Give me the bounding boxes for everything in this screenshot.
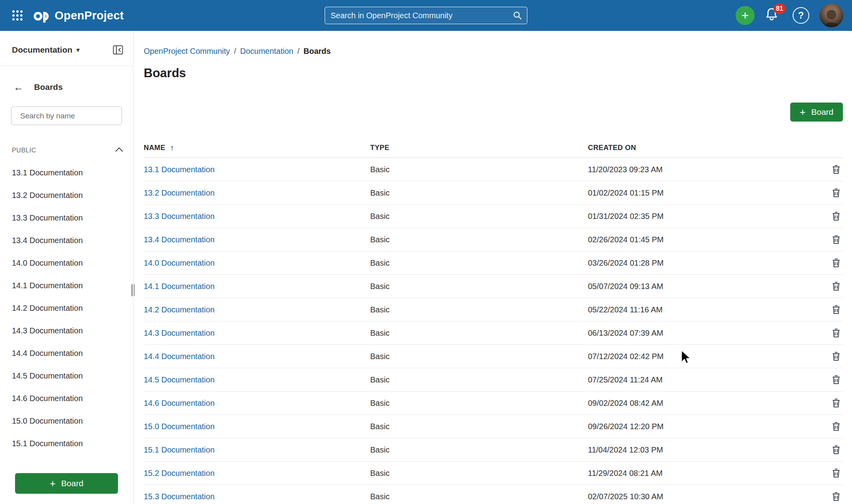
table-row: 15.3 Documentation Basic 02/07/2025 10:3… [144,485,843,504]
board-link[interactable]: 13.2 Documentation [144,188,215,198]
board-type: Basic [370,235,588,244]
board-created: 09/02/2024 08:42 AM [588,399,822,408]
board-type: Basic [370,259,588,268]
search-icon[interactable] [513,11,522,20]
board-created: 02/07/2025 10:30 AM [588,492,822,501]
delete-board-button[interactable] [829,256,843,270]
board-type: Basic [370,469,588,478]
delete-board-button[interactable] [829,163,843,176]
column-header-type[interactable]: TYPE [370,144,588,152]
sidebar-search-input[interactable] [20,112,117,120]
sidebar-item-board[interactable]: 15.1 Documentation [0,432,133,455]
sidebar-item-board[interactable]: 14.2 Documentation [0,297,133,320]
board-link[interactable]: 15.3 Documentation [144,492,215,501]
quick-add-button[interactable]: + [736,6,755,25]
delete-board-button[interactable] [829,373,843,386]
breadcrumb-separator: / [234,47,236,56]
table-row: 14.3 Documentation Basic 06/13/2024 07:3… [144,321,843,345]
board-link[interactable]: 14.3 Documentation [144,329,215,338]
board-created: 03/26/2024 01:28 PM [588,259,822,268]
board-link[interactable]: 14.2 Documentation [144,305,215,314]
sidebar-item-board[interactable]: 13.4 Documentation [0,229,133,252]
board-link[interactable]: 15.0 Documentation [144,422,215,431]
page-title: Boards [144,66,843,80]
board-link[interactable]: 15.1 Documentation [144,445,215,455]
openproject-logo[interactable]: OpenProject [33,8,124,23]
breadcrumb-link-community[interactable]: OpenProject Community [144,47,230,56]
delete-board-button[interactable] [829,326,843,340]
board-type: Basic [370,282,588,291]
board-link[interactable]: 13.1 Documentation [144,165,215,174]
delete-board-button[interactable] [829,209,843,223]
sidebar-item-board[interactable]: 13.3 Documentation [0,207,133,229]
delete-board-button[interactable] [829,350,843,363]
board-created: 02/26/2024 01:45 PM [588,235,822,244]
table-row: 14.1 Documentation Basic 05/07/2024 09:1… [144,275,843,298]
board-type: Basic [370,375,588,384]
table-row: 13.2 Documentation Basic 01/02/2024 01:1… [144,181,843,205]
board-type: Basic [370,352,588,361]
delete-board-button[interactable] [829,233,843,246]
board-link[interactable]: 13.4 Documentation [144,235,215,244]
apps-grid-icon[interactable] [9,7,26,24]
sidebar-item-board[interactable]: 15.0 Documentation [0,410,133,432]
global-search[interactable] [325,7,527,24]
board-type: Basic [370,445,588,455]
sidebar-item-board[interactable]: 14.0 Documentation [0,252,133,274]
delete-board-button[interactable] [829,186,843,200]
user-avatar[interactable] [820,4,843,27]
new-board-button[interactable]: + Board [790,103,843,122]
notifications-button[interactable]: 81 [765,7,782,24]
plus-icon: + [742,9,749,22]
board-type: Basic [370,329,588,338]
new-board-label: Board [811,107,833,117]
sidebar-item-board[interactable]: 14.1 Documentation [0,274,133,297]
delete-board-button[interactable] [829,420,843,433]
main-content: OpenProject Community / Documentation / … [134,31,852,504]
sidebar-item-board[interactable]: 14.4 Documentation [0,342,133,365]
global-search-input[interactable] [331,11,513,20]
sort-ascending-icon[interactable]: ↑ [170,143,174,152]
breadcrumb: OpenProject Community / Documentation / … [144,47,843,56]
board-link[interactable]: 13.3 Documentation [144,212,215,221]
openproject-logo-icon [33,8,51,23]
top-header: OpenProject + 81 ? [0,0,852,31]
sidebar-item-board[interactable]: 13.2 Documentation [0,184,133,207]
help-button[interactable]: ? [793,7,809,24]
table-row: 14.4 Documentation Basic 07/12/2024 02:4… [144,345,843,368]
collapse-sidebar-button[interactable] [110,42,126,58]
board-type: Basic [370,492,588,501]
board-link[interactable]: 14.4 Documentation [144,352,215,361]
board-created: 01/31/2024 02:35 PM [588,212,822,221]
breadcrumb-link-project[interactable]: Documentation [240,47,293,56]
project-select[interactable]: Documentation ▾ [12,45,80,55]
sidebar-item-board[interactable]: 14.5 Documentation [0,365,133,387]
board-link[interactable]: 15.2 Documentation [144,469,215,478]
delete-board-button[interactable] [829,490,843,503]
table-row: 14.6 Documentation Basic 09/02/2024 08:4… [144,392,843,415]
delete-board-button[interactable] [829,396,843,410]
boards-header-row: ← Boards [0,76,133,99]
new-board-button-sidebar[interactable]: + Board [15,473,118,494]
sidebar-item-board[interactable]: 13.1 Documentation [0,162,133,184]
actions-row: + Board [144,103,843,122]
delete-board-button[interactable] [829,280,843,293]
back-button[interactable]: ← [12,80,25,94]
logo-text: OpenProject [55,9,124,22]
column-header-created[interactable]: CREATED ON [588,144,822,152]
board-type: Basic [370,305,588,314]
board-link[interactable]: 14.0 Documentation [144,259,215,268]
delete-board-button[interactable] [829,443,843,456]
public-section-toggle[interactable]: PUBLIC [0,142,133,159]
board-link[interactable]: 14.5 Documentation [144,375,215,384]
sidebar-search[interactable] [11,107,122,125]
board-link[interactable]: 14.1 Documentation [144,282,215,291]
delete-board-button[interactable] [829,303,843,316]
column-header-name[interactable]: NAME [144,144,165,152]
sidebar-item-board[interactable]: 14.3 Documentation [0,320,133,342]
table-row: 14.0 Documentation Basic 03/26/2024 01:2… [144,251,843,275]
board-link[interactable]: 14.6 Documentation [144,399,215,408]
sidebar-item-board[interactable]: 14.6 Documentation [0,387,133,410]
collapse-panel-icon [113,45,123,55]
delete-board-button[interactable] [829,466,843,480]
